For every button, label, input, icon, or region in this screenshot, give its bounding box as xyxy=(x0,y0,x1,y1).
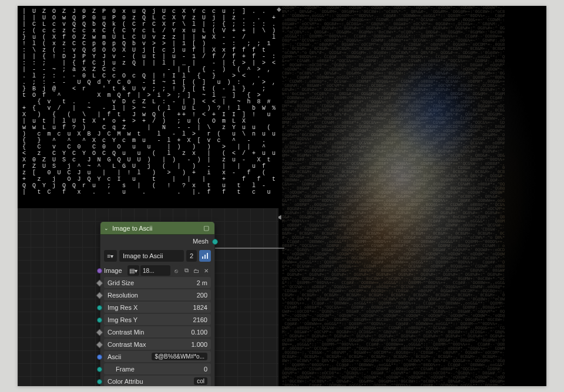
input-socket[interactable] xyxy=(96,329,103,336)
modifier-user-count[interactable]: 2 xyxy=(186,250,197,262)
geometry-nodes-editor[interactable]: ⌄ Image to Ascii ▢ Mesh ≡▾ Image to Asci… xyxy=(18,208,278,386)
param-frame[interactable]: Frame0 xyxy=(104,363,211,374)
param-label: Grid Size xyxy=(108,279,134,286)
ascii-portrait-viewport[interactable]: oQD@W*~.'oQD@W*~.'oQD@W*~.'oQD@W*~.'oQD@… xyxy=(282,6,546,386)
image-socket[interactable] xyxy=(97,268,102,273)
param-value[interactable]: $@B%8&WM#*o... xyxy=(152,353,207,360)
param-value[interactable]: 0 xyxy=(204,366,207,373)
input-socket[interactable] xyxy=(96,279,103,287)
param-label: Frame xyxy=(108,366,135,373)
modifier-dropdown[interactable]: ≡▾ xyxy=(104,250,117,262)
param-grid-size[interactable]: Grid Size2 m xyxy=(104,277,211,288)
param-color-attribu[interactable]: Color Attribucol xyxy=(104,376,211,386)
param-value[interactable]: 2160 xyxy=(193,316,207,323)
param-label: Color Attribu xyxy=(108,378,143,385)
input-socket[interactable] xyxy=(97,305,102,310)
param-value[interactable]: 200 xyxy=(197,292,207,299)
param-img-res-y[interactable]: Img Res Y2160 xyxy=(104,314,211,325)
input-socket[interactable] xyxy=(97,367,102,372)
node-body: Mesh ≡▾ Image to Ascii 2 Image ▤▾ 18... xyxy=(100,235,214,386)
input-socket[interactable] xyxy=(96,341,103,349)
node-header[interactable]: ⌄ Image to Ascii ▢ xyxy=(100,222,214,235)
param-label: Img Res Y xyxy=(108,316,137,323)
image-to-ascii-node[interactable]: ⌄ Image to Ascii ▢ Mesh ≡▾ Image to Asci… xyxy=(100,221,215,386)
param-label: Contrast Max xyxy=(108,341,146,348)
modifier-bars-icon[interactable] xyxy=(199,250,211,262)
param-value[interactable]: 1.000 xyxy=(191,341,207,348)
image-picker-icon[interactable]: ▤▾ xyxy=(127,265,139,276)
svg-rect-1 xyxy=(204,255,206,259)
window-icon[interactable]: ▢ xyxy=(202,224,211,233)
panel-splitter[interactable] xyxy=(278,6,280,386)
param-label: Ascii xyxy=(108,353,121,360)
image-open-button[interactable]: 🗀 xyxy=(192,265,201,276)
param-contrast-min[interactable]: Contrast Min0.100 xyxy=(104,326,211,337)
image-close-button[interactable]: ✕ xyxy=(202,265,211,276)
param-resolution[interactable]: Resolution200 xyxy=(104,289,211,300)
image-input-row: Image ▤▾ 18... ⎋ ⧉ 🗀 ✕ xyxy=(100,264,214,277)
image-unlink-button[interactable]: ⎋ xyxy=(172,265,181,276)
param-img-res-x[interactable]: Img Res X1824 xyxy=(104,302,211,313)
input-socket[interactable] xyxy=(96,292,103,299)
input-socket[interactable] xyxy=(97,317,102,323)
param-value[interactable]: col xyxy=(194,377,207,385)
param-label: Img Res X xyxy=(108,304,137,311)
image-duplicate-button[interactable]: ⧉ xyxy=(182,265,191,276)
image-name-field[interactable]: 18... xyxy=(140,265,170,276)
output-label: Mesh xyxy=(193,238,209,245)
input-socket[interactable] xyxy=(97,354,102,360)
modifier-name-field[interactable]: Image to Ascii xyxy=(119,250,184,262)
param-value[interactable]: 2 m xyxy=(197,279,207,286)
app-frame: | U Z O Z J 0 Z P 0 x u Q j U c X Y c c … xyxy=(18,6,546,386)
modifier-row: ≡▾ Image to Ascii 2 xyxy=(100,248,214,264)
param-label: Contrast Min xyxy=(108,329,144,336)
param-value[interactable]: 1824 xyxy=(193,304,207,311)
node-wire xyxy=(214,248,284,249)
param-ascii[interactable]: Ascii$@B%8&WM#*o... xyxy=(104,351,211,362)
ascii-text-panel: | U Z O Z J 0 Z P 0 x u Q j U c X Y c c … xyxy=(18,6,276,208)
param-label: Resolution xyxy=(108,292,138,299)
param-value[interactable]: 0.100 xyxy=(191,329,207,336)
input-socket[interactable] xyxy=(97,379,102,384)
svg-rect-2 xyxy=(207,253,208,259)
chevron-down-icon[interactable]: ⌄ xyxy=(104,225,109,231)
image-label: Image xyxy=(104,267,126,274)
mesh-output-socket[interactable] xyxy=(212,239,218,245)
portrait-color-tint xyxy=(282,6,546,386)
output-mesh-row: Mesh xyxy=(100,235,214,248)
splitter-handle-icon[interactable]: ◆ xyxy=(277,6,281,12)
param-contrast-max[interactable]: Contrast Max1.000 xyxy=(104,339,211,350)
node-title: Image to Ascii xyxy=(112,225,198,232)
svg-rect-0 xyxy=(202,256,203,259)
